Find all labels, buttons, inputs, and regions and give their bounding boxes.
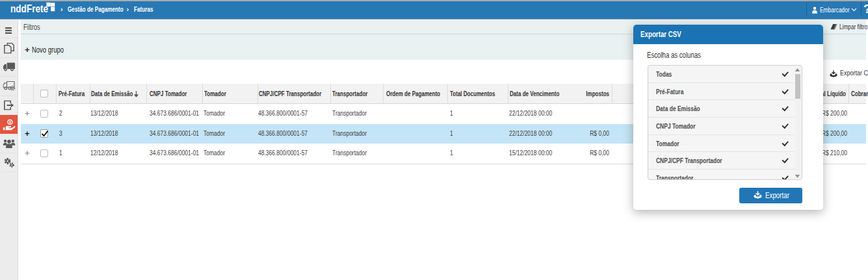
svg-text:$: $ — [8, 120, 10, 123]
